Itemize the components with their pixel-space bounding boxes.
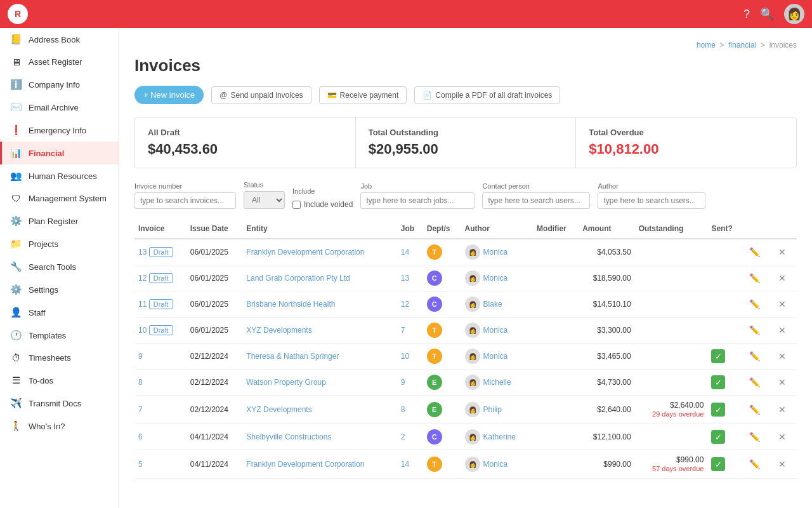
help-icon[interactable]: ? [743,8,750,21]
author-avatar: 👩 [465,323,480,338]
author-link[interactable]: Monica [483,326,508,335]
delete-button[interactable]: ✕ [776,431,789,443]
invoice-link[interactable]: 12 [138,274,147,283]
edit-button[interactable]: ✏️ [747,324,763,337]
job-link[interactable]: 10 [401,352,409,361]
entity-link[interactable]: Theresa & Nathan Springer [246,352,339,361]
author-input[interactable] [598,192,705,209]
sidebar-item-asset-register[interactable]: 🖥Asset Register [0,51,119,73]
sidebar-item-staff[interactable]: 👤Staff [0,301,119,324]
sidebar-item-management-system[interactable]: 🛡Management System [0,187,119,210]
outstanding: $990.0057 days overdue [635,450,708,479]
invoice-link[interactable]: 8 [138,378,143,387]
sidebar-item-company-info[interactable]: ℹ️Company Info [0,73,119,96]
invoice-link[interactable]: 5 [138,460,143,469]
filter-status: Status AllDraftSentPaid [244,181,285,209]
send-unpaid-button[interactable]: @ Send unpaid invoices [211,86,311,104]
sidebar-item-human-resources[interactable]: 👥Human Resources [0,164,119,187]
table-body: 13 Draft06/01/2025Franklyn Development C… [134,239,797,479]
invoice-link[interactable]: 6 [138,432,143,441]
edit-button[interactable]: ✏️ [747,431,763,443]
search-icon[interactable]: 🔍 [760,7,774,21]
job-link[interactable]: 8 [401,405,405,414]
breadcrumb-home[interactable]: home [697,41,716,50]
sidebar-item-search-tools[interactable]: 🔧Search Tools [0,255,119,278]
delete-button[interactable]: ✕ [776,324,789,337]
sidebar-item-whos-in[interactable]: 🚶Who's In? [0,415,119,438]
job-link[interactable]: 13 [401,274,409,283]
invoice-link[interactable]: 9 [138,352,143,361]
edit-button[interactable]: ✏️ [747,458,763,471]
sidebar-item-projects[interactable]: 📁Projects [0,232,119,255]
delete-button[interactable]: ✕ [776,376,789,389]
author-link[interactable]: Monica [483,460,508,469]
entity-link[interactable]: XYZ Developments [246,405,311,414]
delete-button[interactable]: ✕ [776,350,789,363]
outstanding: $2,640.0029 days overdue [635,396,708,424]
entity-link[interactable]: XYZ Developments [246,326,311,335]
status-select[interactable]: AllDraftSentPaid [244,191,285,209]
author-link[interactable]: Katherine [483,432,516,441]
job-link[interactable]: 14 [401,248,409,257]
job-link[interactable]: 14 [401,460,409,469]
job-input[interactable] [360,192,475,209]
sidebar-item-templates[interactable]: 🕐Templates [0,324,119,347]
avatar[interactable]: 👩 [784,4,804,24]
job-link[interactable]: 9 [401,378,405,387]
entity-link[interactable]: Brisbane Northside Health [246,300,335,309]
sidebar-item-todos[interactable]: ☰To-dos [0,369,119,392]
author-link[interactable]: Blake [483,300,502,309]
sidebar-item-settings[interactable]: ⚙️Settings [0,278,119,301]
sidebar-item-plan-register[interactable]: ⚙️Plan Register [0,210,119,232]
invoice-link[interactable]: 11 [138,300,147,309]
entity-link[interactable]: Land Grab Corporation Pty Ltd [246,274,350,283]
author-link[interactable]: Philip [483,405,502,414]
entity-link[interactable]: Shelbyville Constructions [246,432,331,441]
total-overdue-card: Total Overdue $10,812.00 [576,117,796,168]
issue-date: 02/12/2024 [187,370,243,396]
author-link[interactable]: Michelle [483,378,511,387]
sidebar-item-address-book[interactable]: 📒Address Book [0,28,119,51]
invoice-link[interactable]: 13 [138,248,147,257]
breadcrumb-financial[interactable]: financial [728,41,756,50]
include-voided-checkbox[interactable] [292,201,301,209]
job-link[interactable]: 7 [401,326,405,335]
delete-button[interactable]: ✕ [776,458,789,471]
contact-input[interactable] [482,192,590,209]
edit-button[interactable]: ✏️ [747,350,763,363]
sidebar-item-transmit-docs[interactable]: ✈️Transmit Docs [0,392,119,415]
invoice-link[interactable]: 7 [138,405,143,414]
edit-button[interactable]: ✏️ [747,403,763,416]
delete-button[interactable]: ✕ [776,246,789,258]
entity-link[interactable]: Franklyn Development Corporation [246,248,364,257]
author-link[interactable]: Monica [483,248,508,257]
new-invoice-button[interactable]: + New invoice [134,86,204,104]
entity-link[interactable]: Franklyn Development Corporation [246,460,364,469]
compile-pdf-button[interactable]: 📄 Compile a PDF of all draft invoices [414,86,560,104]
edit-button[interactable]: ✏️ [747,246,763,258]
edit-button[interactable]: ✏️ [747,298,763,311]
sidebar-item-emergency-info[interactable]: ❗Emergency Info [0,119,119,142]
sidebar-label: Staff [29,308,46,318]
amount: $990.00 [579,450,635,479]
author-link[interactable]: Monica [483,352,508,361]
sent-cell [707,318,743,344]
invoice-link[interactable]: 10 [138,326,147,335]
app-logo[interactable]: R [8,4,28,24]
delete-button[interactable]: ✕ [776,403,789,416]
sidebar-item-timesheets[interactable]: ⏱Timesheets [0,347,119,369]
filter-invoice-number: Invoice number [134,182,236,209]
edit-button[interactable]: ✏️ [747,376,763,389]
job-link[interactable]: 2 [401,432,405,441]
sidebar-item-financial[interactable]: 📊Financial [0,142,119,164]
invoice-number-input[interactable] [134,192,236,209]
job-link[interactable]: 12 [401,300,409,309]
receive-payment-button[interactable]: 💳 Receive payment [319,86,407,104]
author-avatar: 👩 [465,244,480,260]
delete-button[interactable]: ✕ [776,272,789,284]
edit-button[interactable]: ✏️ [747,272,763,284]
entity-link[interactable]: Watson Property Group [246,378,326,387]
delete-button[interactable]: ✕ [776,298,789,311]
author-link[interactable]: Monica [483,274,508,283]
sidebar-item-email-archive[interactable]: ✉️Email Archive [0,96,119,119]
